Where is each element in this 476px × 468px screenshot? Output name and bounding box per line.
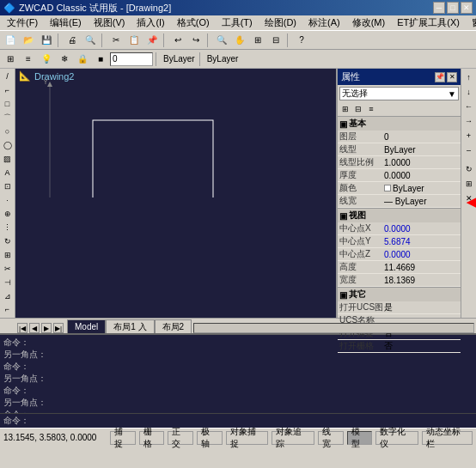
layer-on-off-button[interactable]: 💡 [38,51,55,68]
draw-circle-button[interactable]: ○ [1,125,15,138]
status-ortho-button[interactable]: 正交 [168,431,193,445]
menu-modify[interactable]: 修改(M) [347,15,391,30]
layer-color-button[interactable]: ■ [92,51,109,68]
drawing-canvas[interactable]: X Y [15,69,273,198]
menu-tools[interactable]: 工具(T) [217,15,258,30]
layer-manager-button[interactable]: ⊞ [2,51,19,68]
tab-first-button[interactable]: |◀ [17,323,27,333]
undo-button[interactable]: ↩ [169,32,186,49]
status-osnap-button[interactable]: 对象捕捉 [226,431,268,445]
tab-next-button[interactable]: ▶ [41,323,52,333]
maximize-button[interactable]: □ [447,2,459,14]
tab-prev-button[interactable]: ◀ [29,323,40,333]
draw-rect-button[interactable]: □ [1,98,15,111]
move-button[interactable]: ⊕ [1,207,15,220]
rt-btn-1[interactable]: ↑ [462,70,476,84]
prop-val-ucs-icon[interactable]: 是 [382,301,461,313]
help-button[interactable]: ? [293,32,310,49]
menu-format[interactable]: 格式(O) [172,15,215,30]
prop-val-height[interactable]: 11.4669 [382,263,461,272]
prop-val-linetype[interactable]: ByLayer [382,145,461,155]
preview-button[interactable]: 🔍 [82,32,99,49]
properties-dropdown[interactable]: 无选择 ▼ [339,87,459,100]
properties-basic-section[interactable]: ▣ 基本 [338,116,461,131]
open-button[interactable]: 📂 [20,32,37,49]
prop-val-cz[interactable]: 0.0000 [382,250,461,259]
menu-draw[interactable]: 绘图(D) [259,15,302,30]
prop-tb-btn-3[interactable]: ≡ [365,103,377,115]
status-snap-button[interactable]: 捕捉 [110,431,136,445]
prop-tb-btn-1[interactable]: ⊞ [339,103,351,115]
point-button[interactable]: · [1,194,15,207]
menu-view[interactable]: 视图(V) [88,15,131,30]
tab-scrollbar[interactable] [193,323,474,333]
prop-val-linescale[interactable]: 1.0000 [382,158,461,167]
minimize-button[interactable]: ─ [433,2,445,14]
status-digitizer-button[interactable]: 数字化仪 [375,431,418,445]
zoom-button[interactable]: 🔍 [213,32,230,49]
prop-val-width[interactable]: 18.1369 [382,276,461,285]
save-button[interactable]: 💾 [38,32,55,49]
scale-button[interactable]: ⊞ [1,248,15,261]
fillet-button[interactable]: ⌐ [1,303,15,316]
offset-button[interactable]: ⊿ [1,289,15,302]
drawing-area[interactable]: 📐 Drawing2 X Y [15,69,336,318]
tab-last-button[interactable]: ▶| [53,323,64,333]
prop-val-cx[interactable]: 0.0000 [382,224,461,234]
close-button[interactable]: ✕ [461,2,473,14]
rt-btn-6[interactable]: – [462,143,476,157]
zoom-all-button[interactable]: ⊞ [249,32,266,49]
status-lineweight-button[interactable]: 线宽 [318,431,344,445]
status-dyncoord-button[interactable]: 动态坐标栏 [422,431,473,445]
rotate-button[interactable]: ↻ [1,234,15,247]
tab-layout1[interactable]: 布局1 入 [106,319,154,333]
draw-line-button[interactable]: / [1,70,15,83]
status-model-button[interactable]: 模型 [347,431,373,445]
layer-freeze-button[interactable]: ❄ [56,51,73,68]
properties-other-section[interactable]: ▣ 其它 [338,287,461,301]
rt-btn-4[interactable]: → [462,114,476,128]
tab-model[interactable]: Model [67,319,106,333]
status-grid-button[interactable]: 栅格 [139,431,165,445]
prop-val-cy[interactable]: 5.6874 [382,237,461,246]
draw-ellipse-button[interactable]: ◯ [1,139,15,152]
command-input[interactable] [29,416,473,426]
paste-button[interactable]: 📌 [143,32,161,49]
prop-val-thickness[interactable]: 0.0000 [382,171,461,180]
copy-obj-button[interactable]: ⋮ [1,221,15,234]
redo-button[interactable]: ↪ [187,32,204,49]
layer-lock-button[interactable]: 🔒 [74,51,91,68]
rt-btn-8[interactable]: ⊞ [462,177,476,191]
copy-button[interactable]: 📋 [125,32,143,49]
trim-button[interactable]: ✂ [1,262,15,275]
rt-btn-7[interactable]: ↻ [462,162,476,176]
menu-file[interactable]: 文件(F) [2,15,43,30]
hatch-button[interactable]: ▨ [1,153,15,166]
rt-btn-3[interactable]: ← [462,100,476,113]
rt-btn-5[interactable]: + [462,129,476,143]
menu-dimension[interactable]: 标注(A) [303,15,345,30]
block-button[interactable]: ⊡ [1,180,15,193]
menu-insert[interactable]: 插入(I) [131,15,169,30]
prop-tb-btn-2[interactable]: ⊟ [352,103,364,115]
properties-close-button[interactable]: ✕ [447,72,457,82]
draw-poly-button[interactable]: ⌐ [1,84,15,97]
prop-val-layer[interactable]: 0 [382,132,461,142]
menu-window[interactable]: 窗口(W) [467,15,476,30]
prop-val-color[interactable]: ByLayer [382,184,461,193]
layer-state-button[interactable]: ≡ [20,51,37,68]
prop-val-linewidth[interactable]: — ByLayer [382,197,461,206]
cut-button[interactable]: ✂ [107,32,125,49]
layer-input[interactable] [110,52,153,66]
menu-et[interactable]: ET扩展工具(X) [392,15,465,30]
status-polar-button[interactable]: 极轴 [197,431,223,445]
print-button[interactable]: 🖨 [64,32,81,49]
rt-btn-2[interactable]: ↓ [462,85,476,99]
properties-view-section[interactable]: ▣ 视图 [338,208,461,222]
menu-edit[interactable]: 编辑(E) [45,15,87,30]
status-otrack-button[interactable]: 对象追踪 [272,431,314,445]
new-button[interactable]: 📄 [2,32,19,49]
tab-layout2[interactable]: 布局2 [155,319,192,333]
extend-button[interactable]: ⊣ [1,276,15,289]
text-button[interactable]: A [1,167,15,179]
